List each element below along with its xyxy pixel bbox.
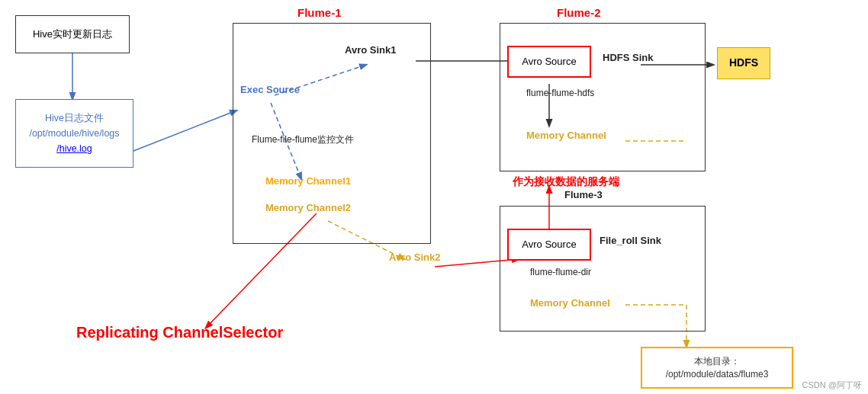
local-dir-box: 本地目录：/opt/module/datas/flume3 xyxy=(641,347,793,389)
hive-realtime-box: Hive实时更新日志 xyxy=(15,15,130,53)
watermark: CSDN @阿丁呀 xyxy=(802,380,862,391)
server-label: 作为接收数据的服务端 xyxy=(513,175,619,189)
flume-flume-hdfs-label: flume-flume-hdfs xyxy=(526,88,594,98)
flume-file-label: Flume-file-flume监控文件 xyxy=(252,133,354,146)
flume3-label: Flume-3 xyxy=(564,189,603,200)
hdfs-label: HDFS xyxy=(729,56,758,71)
diagram: Hive实时更新日志 Hive日志文件/opt/module/hive/logs… xyxy=(0,0,868,394)
memory-channel1-label: Memory Channel1 xyxy=(265,175,351,187)
hive-logfile-box: Hive日志文件/opt/module/hive/logs/hive.log xyxy=(15,99,133,168)
replicating-label: Replicating ChannelSelector xyxy=(76,324,283,341)
memory-channel-flume3-label: Memory Channel xyxy=(530,297,610,309)
hive-realtime-label: Hive实时更新日志 xyxy=(33,27,112,41)
hdfs-box: HDFS xyxy=(717,47,770,79)
avro-sink2-label: Avro Sink2 xyxy=(389,251,440,263)
flume-flume-dir-label: flume-flume-dir xyxy=(530,267,591,277)
avro-source-flume2-label: Avro Source xyxy=(522,55,576,69)
hive-logfile-label: Hive日志文件/opt/module/hive/logs/hive.log xyxy=(29,111,119,156)
flume2-label: Flume-2 xyxy=(557,6,601,19)
memory-channel2-label: Memory Channel2 xyxy=(265,202,351,213)
flume1-label: Flume-1 xyxy=(297,6,342,19)
hdfs-sink-label: HDFS Sink xyxy=(603,52,653,63)
memory-channel-flume2-label: Memory Channel xyxy=(526,130,606,141)
file-roll-sink-label: File_roll Sink xyxy=(600,235,661,246)
avro-sink1-label: Avro Sink1 xyxy=(345,44,396,56)
local-dir-label: 本地目录：/opt/module/datas/flume3 xyxy=(666,355,769,381)
exec-source-label: Exec Source xyxy=(240,84,300,95)
avro-source-flume3-label: Avro Source xyxy=(522,238,576,251)
avro-source-flume3-box: Avro Source xyxy=(507,229,591,261)
svg-line-1 xyxy=(130,111,236,152)
avro-source-flume2-box: Avro Source xyxy=(507,46,591,78)
